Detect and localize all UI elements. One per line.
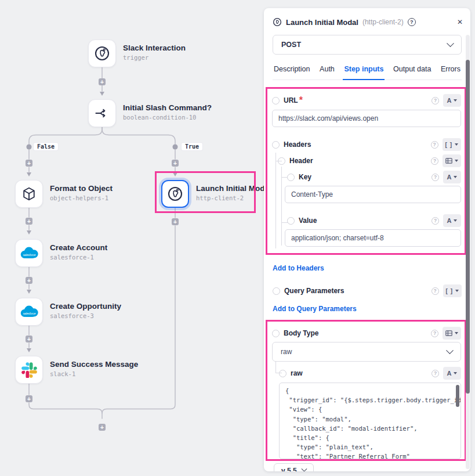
field-row-value: Value ? A (287, 216, 461, 225)
panel-title: Launch Initial Modal (286, 18, 358, 27)
url-input[interactable]: https://slack.com/api/views.open (272, 110, 461, 127)
help-icon[interactable]: ? (408, 18, 416, 26)
add-step-button[interactable]: + (26, 336, 32, 342)
add-step-button[interactable]: + (26, 160, 32, 167)
node-label: Send Success Message slack-1 (50, 360, 138, 377)
radio-raw[interactable] (279, 370, 287, 377)
help-icon[interactable]: ? (431, 157, 438, 165)
node-label: Create Opportunity salesforce-3 (50, 302, 121, 319)
radio-body-type[interactable] (272, 330, 280, 337)
type-selector-string[interactable]: A (443, 367, 461, 380)
salesforce-icon: salesforce (18, 304, 40, 320)
caret-down-icon (455, 143, 458, 146)
node-initial-slash-command[interactable] (88, 99, 116, 127)
branch-label-false: False (34, 143, 58, 150)
tab-auth[interactable]: Auth (318, 60, 336, 80)
node-label: Initial Slash Command? boolean-condition… (123, 103, 212, 121)
raw-body-code: { "trigger_id": "{$.steps.trigger.body.t… (285, 386, 452, 459)
add-step-button[interactable]: + (26, 277, 32, 284)
highlight-box-url-headers: URL* ? A https://slack.com/api/views.ope… (266, 87, 466, 255)
add-step-button[interactable]: + (172, 218, 179, 225)
type-selector-array[interactable]: [ ] (443, 284, 462, 297)
tree-line (275, 373, 282, 373)
radio-key[interactable] (287, 174, 295, 181)
help-icon[interactable]: ? (432, 287, 439, 295)
help-icon[interactable]: ? (432, 174, 439, 181)
textarea-scrollbar-thumb[interactable] (456, 385, 459, 407)
add-step-button[interactable]: + (99, 424, 106, 431)
node-launch-initial-modal[interactable] (161, 180, 189, 208)
help-icon[interactable]: ? (431, 141, 438, 149)
add-step-button[interactable]: + (26, 218, 32, 225)
type-selector-string[interactable]: A (443, 171, 461, 183)
help-icon[interactable]: ? (432, 97, 439, 104)
caret-down-icon (454, 372, 457, 374)
type-selector-string[interactable]: A (443, 214, 461, 227)
node-create-opportunity[interactable]: salesforce (15, 298, 43, 326)
globe-icon (273, 17, 282, 27)
chevron-down-icon (447, 39, 454, 47)
help-icon[interactable]: ? (432, 370, 439, 377)
node-label: Slack Interaction trigger (123, 44, 186, 61)
node-slack-interaction-trigger[interactable] (88, 39, 116, 67)
add-to-headers-link[interactable]: Add to Headers (273, 264, 462, 272)
step-config-panel: Launch Initial Modal (http-client-2) ? ✕… (264, 8, 470, 471)
tab-step-inputs[interactable]: Step inputs (343, 60, 385, 80)
field-row-key: Key ? A (287, 172, 461, 182)
add-step-button[interactable]: + (99, 78, 106, 85)
table-icon (445, 158, 452, 164)
field-row-headers: Headers ? [ ] (272, 140, 461, 149)
type-selector-object[interactable] (443, 327, 461, 340)
radio-query-parameters[interactable] (273, 287, 280, 295)
type-selector-object[interactable] (443, 154, 461, 167)
node-label: Format to Object object-helpers-1 (50, 184, 113, 201)
body-type-select[interactable]: raw (272, 342, 461, 362)
add-step-button[interactable]: + (26, 395, 32, 402)
header-key-input[interactable]: Content-Type (285, 186, 461, 203)
header-value-input[interactable]: application/json; charset=utf-8 (285, 229, 461, 247)
radio-url[interactable] (272, 97, 280, 104)
globe-icon (93, 45, 111, 62)
tree-line (281, 222, 288, 223)
node-send-success-message[interactable] (15, 356, 43, 384)
radio-headers[interactable] (272, 141, 280, 149)
help-icon[interactable]: ? (432, 217, 439, 225)
close-icon[interactable]: ✕ (457, 18, 463, 26)
field-row-query-parameters: Query Parameters ? [ ] (273, 286, 462, 295)
add-step-button[interactable]: + (172, 160, 179, 167)
node-label: Launch Initial Modal http-client-2 (196, 184, 271, 201)
add-to-query-parameters-link[interactable]: Add to Query Parameters (273, 305, 462, 313)
tree-line (275, 361, 276, 373)
panel-instance-id: (http-client-2) (362, 18, 404, 26)
table-icon (445, 330, 452, 336)
panel-tabs: Description Auth Step inputs Output data… (273, 60, 462, 80)
panel-scrollbar-thumb[interactable] (466, 60, 470, 394)
caret-down-icon (455, 160, 458, 162)
branch-label-true: True (182, 143, 202, 150)
node-create-account[interactable]: salesforce (15, 239, 43, 267)
type-selector-string[interactable]: A (443, 94, 461, 107)
cube-icon (20, 185, 38, 203)
node-label: Create Account salesforce-1 (50, 243, 107, 261)
highlight-box-body: Body Type ? raw raw ? A { "tri (266, 320, 466, 461)
salesforce-icon: salesforce (18, 246, 40, 261)
help-icon[interactable]: ? (431, 330, 438, 337)
radio-value[interactable] (287, 217, 295, 225)
chevron-down-icon (446, 347, 454, 354)
node-format-to-object[interactable] (15, 180, 43, 208)
tab-description[interactable]: Description (273, 60, 311, 80)
caret-down-icon (454, 99, 457, 102)
tab-errors[interactable]: Errors (440, 60, 462, 80)
slack-icon (21, 362, 37, 378)
caret-down-icon (455, 290, 459, 292)
field-row-url: URL* ? A (272, 96, 461, 105)
method-select[interactable]: POST (273, 35, 462, 55)
chevron-down-icon (301, 466, 307, 471)
raw-body-textarea[interactable]: { "trigger_id": "{$.steps.trigger.body.t… (279, 383, 461, 459)
svg-text:salesforce: salesforce (23, 253, 36, 256)
tree-line (275, 161, 282, 161)
tab-output-data[interactable]: Output data (392, 60, 432, 80)
connector-version-select[interactable]: v 5.5 (274, 463, 314, 471)
svg-text:salesforce: salesforce (23, 312, 36, 315)
type-selector-array[interactable]: [ ] (443, 138, 461, 151)
